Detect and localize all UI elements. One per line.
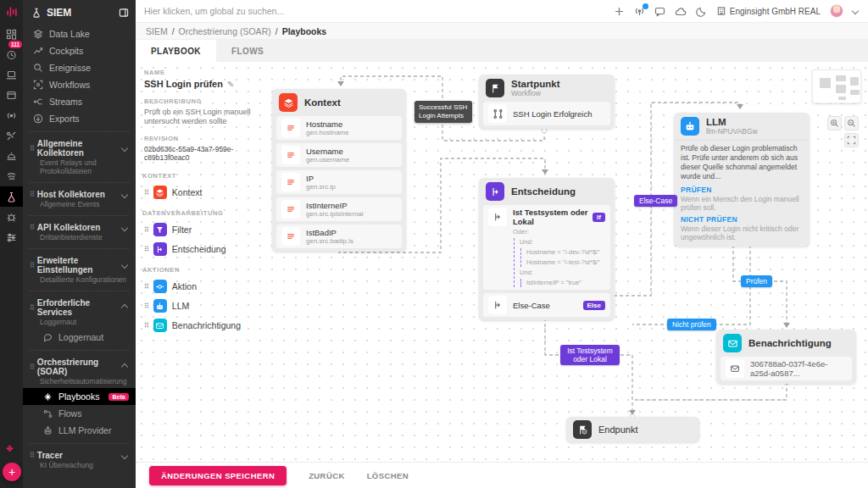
delete-button[interactable]: LÖSCHEN [367, 471, 409, 480]
drag-handle-icon[interactable]: ⠿ [144, 302, 148, 310]
palette-item-entscheidung[interactable]: ⠿ Entscheidung [144, 242, 263, 256]
sidebar-item-llm-provider[interactable]: LLM Provider [23, 422, 136, 439]
organization-switcher[interactable]: Enginsight GmbH REAL [716, 6, 821, 16]
threat-intel-icon[interactable] [0, 166, 23, 186]
playbook-canvas[interactable]: NAME SSH Login prüfen✎ BESCHREIBUNG Prüf… [136, 62, 868, 462]
node-startpunkt[interactable]: StartpunktWorkflow SSH Login Erfolgreich [479, 75, 615, 129]
drag-handle-icon[interactable]: ⠿ [30, 224, 34, 231]
sidebar-section-orchestrierung-soar[interactable]: ⠿Orchestrierung (SOAR) Sicherheitsautoma… [23, 355, 136, 388]
context-row[interactable]: Usernamegen.username [276, 143, 402, 167]
palette-item-benachrichtigung[interactable]: ⠿ Benachrichtigung [144, 319, 263, 332]
cloud-icon[interactable] [675, 6, 687, 17]
drag-handle-icon[interactable]: ⠿ [144, 226, 148, 234]
sidebar-section-tracer[interactable]: ⠿Tracer KI Überwachung [23, 448, 136, 472]
move-tool-icon[interactable]: ✥ [6, 444, 13, 453]
drag-handle-icon[interactable]: ⠿ [30, 191, 34, 198]
sidebar-item-flows[interactable]: Flows [23, 405, 136, 422]
drag-handle-icon[interactable]: ⠿ [30, 452, 34, 459]
palette-item-aktion[interactable]: ⠿ Aktion [144, 280, 263, 293]
node-entscheidung[interactable]: Entscheidung Ist Testsystem oder LokalIf… [479, 178, 615, 320]
context-row[interactable]: IstBadIPgen.src.badip.is [276, 225, 402, 248]
brand-logo-icon[interactable] [0, 0, 23, 24]
sensors-icon[interactable] [0, 105, 23, 125]
tab-playbook[interactable]: PLAYBOOK [136, 40, 216, 62]
sidebar-section-allgemeine-kollektoren[interactable]: ⠿Allgemeine Kollektoren Event Relays und… [23, 136, 136, 178]
applications-icon[interactable] [0, 85, 23, 105]
avatar[interactable] [830, 4, 843, 18]
start-trigger-row[interactable]: SSH Login Erfolgreich [483, 102, 610, 125]
fit-view-button[interactable] [844, 133, 859, 147]
node-kontext[interactable]: Kontext Hostnamegen.hostname Usernamegen… [272, 89, 406, 252]
zoom-out-button[interactable] [844, 116, 859, 130]
else-case-row[interactable]: Else-Case Else [483, 293, 610, 317]
chevron-down-icon[interactable] [852, 8, 859, 14]
drag-handle-icon[interactable]: ⠿ [30, 304, 34, 312]
sidebar-item-exports[interactable]: Exports [23, 110, 136, 127]
shield-dome-icon[interactable] [0, 146, 23, 166]
palette-item-llm[interactable]: ⠿ LLM [144, 299, 263, 313]
drag-handle-icon[interactable]: ⠿ [144, 246, 148, 253]
edge-label-nicht-pruefen[interactable]: Nicht prüfen [667, 319, 716, 330]
node-benachrichtigung[interactable]: Benachrichtigung 306788a0-037f-4e6e-a25d… [716, 330, 856, 384]
chevron-up-icon[interactable] [121, 363, 128, 370]
minimap[interactable] [812, 69, 861, 103]
drag-handle-icon[interactable]: ⠿ [144, 189, 148, 197]
context-row[interactable]: IstInterneIPgen.src.ipIsInternal [276, 197, 402, 221]
breadcrumb-siem[interactable]: SIEM [146, 26, 168, 36]
context-row[interactable]: Hostnamegen.hostname [276, 116, 402, 140]
llm-option-pruefen[interactable]: PRÜFEN Wenn ein Mensch den Login manuell… [674, 183, 810, 213]
settings-sliders-icon[interactable] [0, 227, 23, 247]
chevron-down-icon[interactable] [121, 452, 128, 458]
notifications-icon[interactable] [634, 6, 645, 17]
collapse-sidebar-icon[interactable] [119, 8, 129, 18]
add-fab-button[interactable]: + [3, 463, 21, 481]
sidebar-item-cockpits[interactable]: Cockpits [23, 42, 136, 59]
node-endpunkt[interactable]: Endpunkt [566, 417, 699, 442]
sidebar-section-api-kollektoren[interactable]: ⠿API Kollektoren Drittanbieterdienste [23, 220, 136, 244]
sidebar-item-ereignisse[interactable]: Ereignisse [23, 59, 136, 76]
sidebar-item-streams[interactable]: Streams [23, 93, 136, 110]
sidebar-item-data-lake[interactable]: Data Lake [23, 25, 136, 42]
edit-name-icon[interactable]: ✎ [227, 80, 234, 89]
alerts-icon[interactable]: 111 [0, 44, 23, 64]
node-llm[interactable]: LLMllm-NPUVABGw Prüfe ob dieser Login pr… [674, 113, 810, 247]
drag-handle-icon[interactable]: ⠿ [144, 322, 148, 330]
palette-item-filter[interactable]: ⠿ Filter [144, 223, 263, 236]
context-row[interactable]: IPgen.src.ip [276, 170, 402, 194]
edge-label-pruefen[interactable]: Prüfen [741, 275, 772, 287]
siem-icon[interactable] [0, 186, 23, 207]
drag-handle-icon[interactable]: ⠿ [30, 145, 34, 152]
drag-handle-icon[interactable]: ⠿ [30, 262, 34, 269]
back-button[interactable]: ZURÜCK [309, 471, 345, 480]
if-case-row[interactable]: Ist Testsystem oder LokalIf Oder: Und: H… [483, 205, 610, 290]
add-icon[interactable] [614, 6, 625, 17]
notification-row[interactable]: 306788a0-037f-4e6e-a25d-a0587... [721, 357, 852, 380]
drag-handle-icon[interactable]: ⠿ [144, 283, 148, 291]
chevron-down-icon[interactable] [121, 224, 128, 230]
palette-item-kontext[interactable]: ⠿ Kontext [144, 186, 263, 199]
edge-label-else-case[interactable]: Else-Case [634, 195, 677, 207]
llm-option-nicht-pruefen[interactable]: NICHT PRÜFEN Wenn dieser Login nicht kri… [674, 213, 810, 247]
zoom-in-button[interactable] [827, 116, 842, 130]
sidebar-section-host-kollektoren[interactable]: ⠿Host Kollektoren Allgemeine Events [23, 187, 136, 211]
tab-flows[interactable]: FLOWS [216, 40, 279, 62]
feedback-icon[interactable] [654, 6, 665, 17]
chevron-down-icon[interactable] [121, 145, 128, 152]
sidebar-item-playbooks[interactable]: Playbooks Beta [23, 388, 136, 405]
breadcrumb-soar[interactable]: Orchestrierung (SOAR) [179, 26, 271, 36]
chevron-down-icon[interactable] [121, 262, 128, 269]
endpoint-detection-icon[interactable] [0, 125, 23, 146]
global-search-input[interactable] [144, 6, 398, 16]
chevron-up-icon[interactable] [121, 304, 128, 311]
sidebar-section-erforderliche-services[interactable]: ⠿Erforderliche Services Loggernaut [23, 296, 136, 329]
breadcrumb-playbooks[interactable]: Playbooks [282, 26, 327, 36]
sidebar-item-workflows[interactable]: Workflows [23, 76, 136, 93]
sidebar-item-loggernaut[interactable]: Loggernaut [23, 329, 136, 346]
dark-mode-icon[interactable] [696, 6, 707, 17]
bug-icon[interactable] [0, 207, 23, 227]
chevron-down-icon[interactable] [121, 191, 128, 197]
sidebar-section-erweiterte-einstellungen[interactable]: ⠿Erweiterte Einstellungen Detaillierte K… [23, 253, 136, 286]
edge-label-ist-testsystem[interactable]: Ist Testsystem oder Lokal [560, 345, 620, 365]
save-changes-button[interactable]: ÄNDERUNGEN SPEICHERN [149, 466, 287, 485]
drag-handle-icon[interactable]: ⠿ [30, 363, 34, 371]
